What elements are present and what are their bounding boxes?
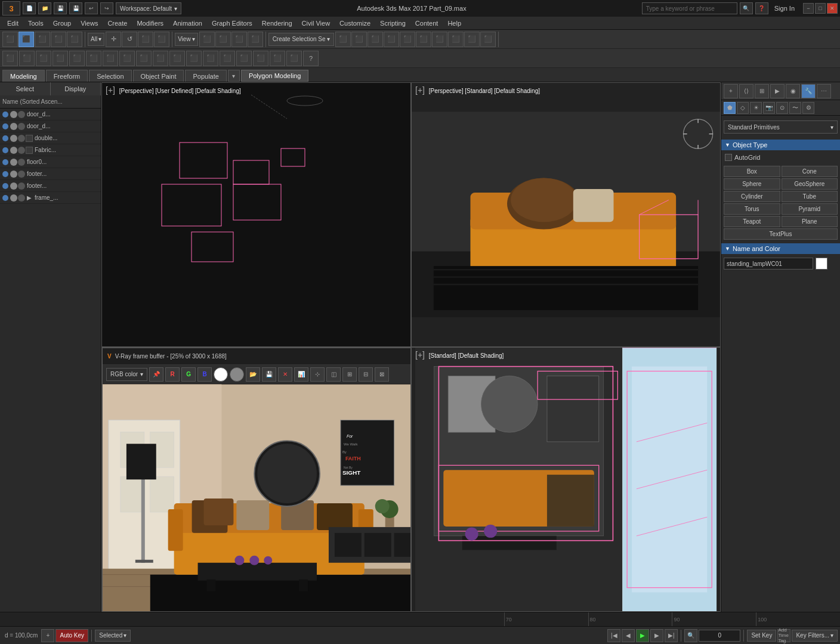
vray-pin-btn[interactable]: 📌	[149, 367, 163, 382]
select-btn[interactable]: ⬛	[18, 32, 34, 47]
vp-plus-topright[interactable]: [+]	[415, 85, 425, 95]
cameras-btn[interactable]: ⬛	[169, 51, 185, 66]
vray-b-btn[interactable]: B	[197, 367, 212, 382]
render-btn[interactable]: ⬛	[432, 32, 447, 47]
torus-btn[interactable]: Torus	[724, 203, 780, 215]
shapes-btn[interactable]: ⬛	[136, 51, 152, 66]
vray-cameras-btn[interactable]: ⬛	[253, 51, 268, 66]
viewport-bottomleft[interactable]: V V-Ray frame buffer - [25% of 3000 x 16…	[101, 347, 411, 612]
mirror-btn[interactable]: ⬛	[215, 32, 231, 47]
cameras-create-tab[interactable]: 📷	[763, 102, 775, 114]
menu-content[interactable]: Content	[410, 17, 443, 30]
list-item[interactable]: footer...	[0, 180, 101, 192]
tab-populate[interactable]: Populate	[185, 70, 226, 82]
menu-graph-editors[interactable]: Graph Editors	[207, 17, 257, 30]
material-btn[interactable]: ⬛	[416, 32, 431, 47]
tab-display[interactable]: Display	[51, 82, 101, 95]
border-mode-btn[interactable]: ⬛	[52, 51, 68, 66]
xref-scene-btn[interactable]: ⬛	[270, 51, 285, 66]
view-dropdown[interactable]: View ▾	[175, 33, 198, 46]
more-icon-btn[interactable]: ⋯	[817, 84, 831, 98]
region-select-btn[interactable]: ⬛	[35, 32, 50, 47]
prev-frame-btn[interactable]: ◀	[622, 629, 635, 642]
polygon-mode-btn[interactable]: ⬛	[2, 51, 18, 66]
object-name-input[interactable]	[724, 258, 813, 270]
shapes-create-tab[interactable]: ◇	[737, 102, 749, 114]
ref-coord-btn[interactable]: ⬛	[154, 32, 169, 47]
face-mode-btn[interactable]: ⬛	[86, 51, 101, 66]
sphere-btn[interactable]: Sphere	[724, 178, 780, 190]
vray-save-btn[interactable]: 💾	[262, 367, 276, 382]
subtab-polygon-modeling[interactable]: Polygon Modeling	[241, 70, 308, 82]
vray-track-btn[interactable]: ⊟	[359, 367, 373, 382]
geometry-btn[interactable]: ⬛	[103, 51, 118, 66]
menu-create[interactable]: Create	[103, 17, 132, 30]
tab-select[interactable]: Select	[0, 82, 51, 95]
vray-histogram-btn[interactable]: 📊	[294, 367, 308, 382]
frame-input[interactable]: 0	[699, 630, 740, 642]
save-file-btn[interactable]: 💾	[54, 2, 67, 14]
play-btn[interactable]: ▶	[636, 629, 649, 642]
list-item[interactable]: floor0...	[0, 156, 101, 168]
create-icon-btn[interactable]: +	[724, 84, 738, 98]
use-center-btn[interactable]: ⬛	[199, 32, 215, 47]
scale-btn[interactable]: ⬛	[138, 32, 153, 47]
info-btn[interactable]: ?	[303, 51, 319, 66]
display-icon-btn[interactable]: ◉	[786, 84, 800, 98]
vray-compare-btn[interactable]: ◫	[326, 367, 341, 382]
rotate-btn[interactable]: ↺	[122, 32, 137, 47]
primitives-dropdown[interactable]: Standard Primitives ▾	[724, 120, 838, 134]
named-sel-btn[interactable]: ⬛	[335, 32, 351, 47]
search-btn[interactable]: 🔍	[740, 2, 753, 14]
spacewarps-btn[interactable]: ⬛	[203, 51, 218, 66]
menu-views[interactable]: Views	[76, 17, 103, 30]
list-item[interactable]: door_d...	[0, 109, 101, 120]
vray-info-btn[interactable]: ⊠	[375, 367, 389, 382]
list-item[interactable]: footer...	[0, 168, 101, 180]
xref-obj-btn[interactable]: ⬛	[286, 51, 302, 66]
create-selection-btn[interactable]: Create Selection Se ▾	[268, 33, 334, 46]
modify-icon-btn[interactable]: ⟨⟩	[739, 84, 753, 98]
vray-g-btn[interactable]: G	[181, 367, 196, 382]
vray-circle-btn1[interactable]	[214, 367, 228, 382]
teapot-btn[interactable]: Teapot	[724, 216, 780, 227]
vray-circle-btn2[interactable]	[230, 367, 244, 382]
close-btn[interactable]: ✕	[827, 3, 838, 14]
viewport-topright[interactable]: [+] [Perspective] [Standard] [Default Sh…	[411, 82, 721, 347]
new-file-btn[interactable]: 📄	[23, 2, 36, 14]
textplus-btn[interactable]: TextPlus	[724, 228, 838, 240]
minimize-btn[interactable]: −	[803, 3, 814, 14]
plane-btn[interactable]: Plane	[782, 216, 838, 227]
vertex-mode-btn[interactable]: ⬛	[36, 51, 51, 66]
tube-btn[interactable]: Tube	[782, 191, 838, 202]
search-keys-btn[interactable]: 🔍	[684, 629, 697, 642]
name-color-header[interactable]: ▼ Name and Color	[721, 243, 840, 254]
menu-rendering[interactable]: Rendering	[257, 17, 297, 30]
align-btn[interactable]: ⬛	[231, 32, 247, 47]
vp-plus-topleft[interactable]: [+]	[106, 85, 115, 95]
vp-plus-br[interactable]: [+]	[415, 350, 425, 360]
helpers-btn[interactable]: ⬛	[186, 51, 202, 66]
auto-key-btn[interactable]: Auto Key	[55, 629, 88, 642]
menu-edit[interactable]: Edit	[2, 17, 23, 30]
menu-animation[interactable]: Animation	[168, 17, 207, 30]
tab-object-paint[interactable]: Object Paint	[133, 70, 184, 82]
vray-close-layer-btn[interactable]: ✕	[278, 367, 292, 382]
cylinder-btn[interactable]: Cylinder	[724, 191, 780, 202]
vray-pixel-btn[interactable]: ⊹	[310, 367, 325, 382]
hierarchy-icon-btn[interactable]: ⊞	[755, 84, 769, 98]
spacewarps-create-tab[interactable]: 〜	[789, 102, 801, 114]
select-all-btn[interactable]: ⬛	[2, 32, 18, 47]
track-view-btn[interactable]: ⬛	[384, 32, 399, 47]
viewport-bottomright[interactable]: [+] [Standard] [Default Shading]	[411, 347, 721, 612]
tabs-more-btn[interactable]: ▾	[228, 70, 240, 82]
pyramid-btn[interactable]: Pyramid	[782, 203, 838, 215]
redo-btn[interactable]: ↪	[100, 2, 113, 14]
key-filters-dropdown[interactable]: Key Filters... ▾	[792, 630, 838, 642]
layer-btn[interactable]: ⬛	[248, 32, 263, 47]
menu-tools[interactable]: Tools	[23, 17, 48, 30]
vray-r-btn[interactable]: R	[165, 367, 180, 382]
vray-lights-btn[interactable]: ⬛	[236, 51, 252, 66]
geosphere-btn[interactable]: GeoSphere	[782, 178, 838, 190]
autogrid-checkbox[interactable]	[725, 154, 732, 161]
